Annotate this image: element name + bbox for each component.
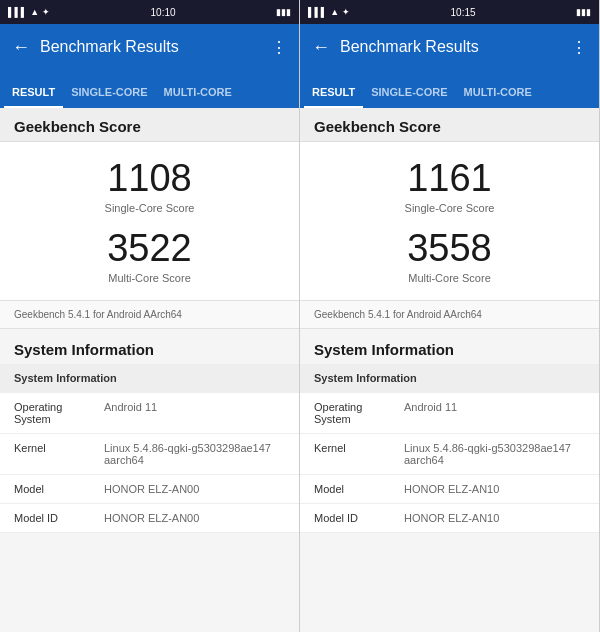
panel-left: ▌▌▌ ▲ ✦ 10:10 ▮▮▮ ← Benchmark Results ⋮ …: [0, 0, 300, 632]
info-val-modelid-left: HONOR ELZ-AN00: [104, 512, 285, 524]
single-core-label-right: Single-Core Score: [314, 202, 585, 214]
tab-bar-right: RESULT SINGLE-CORE MULTI-CORE: [300, 70, 599, 108]
multi-core-label-left: Multi-Core Score: [14, 272, 285, 284]
single-core-block-left: 1108 Single-Core Score: [14, 158, 285, 214]
toolbar-title-right: Benchmark Results: [340, 38, 561, 56]
tab-result-right[interactable]: RESULT: [304, 78, 363, 108]
info-key-os-left: Operating System: [14, 401, 104, 425]
info-key-modelid-left: Model ID: [14, 512, 104, 524]
info-val-model-right: HONOR ELZ-AN10: [404, 483, 585, 495]
status-icons-left: ▌▌▌ ▲ ✦: [8, 7, 50, 17]
status-time-left: 10:10: [151, 7, 176, 18]
info-key-model-left: Model: [14, 483, 104, 495]
info-table-right: System Information Operating System Andr…: [300, 364, 599, 533]
info-row-model-right: Model HONOR ELZ-AN10: [300, 475, 599, 504]
info-val-model-left: HONOR ELZ-AN00: [104, 483, 285, 495]
wifi-icon-right: ▲: [330, 7, 339, 17]
status-bar-left: ▌▌▌ ▲ ✦ 10:10 ▮▮▮: [0, 0, 299, 24]
toolbar-title-left: Benchmark Results: [40, 38, 261, 56]
geekbench-title-right: Geekbench Score: [300, 108, 599, 142]
info-table-header-right: System Information: [300, 364, 599, 393]
info-row-modelid-right: Model ID HONOR ELZ-AN10: [300, 504, 599, 533]
status-time-right: 10:15: [451, 7, 476, 18]
info-key-os-right: Operating System: [314, 401, 404, 425]
info-val-os-left: Android 11: [104, 401, 285, 413]
signal-icon-right: ▌▌▌: [308, 7, 327, 17]
bt-icon: ✦: [42, 7, 50, 17]
tab-multi-core-right[interactable]: MULTI-CORE: [456, 78, 540, 108]
content-right: Geekbench Score 1161 Single-Core Score 3…: [300, 108, 599, 632]
info-table-header-left: System Information: [0, 364, 299, 393]
score-section-left: 1108 Single-Core Score 3522 Multi-Core S…: [0, 142, 299, 301]
version-bar-left: Geekbench 5.4.1 for Android AArch64: [0, 301, 299, 329]
geekbench-title-left: Geekbench Score: [0, 108, 299, 142]
sys-info-title-right: System Information: [300, 329, 599, 364]
multi-core-score-right: 3558: [314, 228, 585, 270]
status-right-right: ▮▮▮: [576, 7, 591, 17]
single-core-label-left: Single-Core Score: [14, 202, 285, 214]
wifi-icon: ▲: [30, 7, 39, 17]
tab-multi-core-left[interactable]: MULTI-CORE: [156, 78, 240, 108]
info-key-kernel-left: Kernel: [14, 442, 104, 454]
multi-core-label-right: Multi-Core Score: [314, 272, 585, 284]
bt-icon-right: ✦: [342, 7, 350, 17]
tab-bar-left: RESULT SINGLE-CORE MULTI-CORE: [0, 70, 299, 108]
battery-icon-right: ▮▮▮: [576, 7, 591, 17]
info-val-kernel-left: Linux 5.4.86-qgki-g5303298ae147 aarch64: [104, 442, 285, 466]
status-right-left: ▮▮▮: [276, 7, 291, 17]
multi-core-block-left: 3522 Multi-Core Score: [14, 228, 285, 284]
info-val-modelid-right: HONOR ELZ-AN10: [404, 512, 585, 524]
signal-icon: ▌▌▌: [8, 7, 27, 17]
info-header-label-left: System Information: [14, 372, 117, 384]
info-row-os-left: Operating System Android 11: [0, 393, 299, 434]
info-row-model-left: Model HONOR ELZ-AN00: [0, 475, 299, 504]
single-core-block-right: 1161 Single-Core Score: [314, 158, 585, 214]
panel-right: ▌▌▌ ▲ ✦ 10:15 ▮▮▮ ← Benchmark Results ⋮ …: [300, 0, 600, 632]
tab-single-core-right[interactable]: SINGLE-CORE: [363, 78, 455, 108]
info-key-modelid-right: Model ID: [314, 512, 404, 524]
toolbar-right: ← Benchmark Results ⋮: [300, 24, 599, 70]
info-row-kernel-right: Kernel Linux 5.4.86-qgki-g5303298ae147 a…: [300, 434, 599, 475]
content-left: Geekbench Score 1108 Single-Core Score 3…: [0, 108, 299, 632]
menu-button-left[interactable]: ⋮: [271, 38, 287, 57]
multi-core-score-left: 3522: [14, 228, 285, 270]
score-section-right: 1161 Single-Core Score 3558 Multi-Core S…: [300, 142, 599, 301]
info-row-kernel-left: Kernel Linux 5.4.86-qgki-g5303298ae147 a…: [0, 434, 299, 475]
back-button-left[interactable]: ←: [12, 37, 30, 58]
toolbar-left: ← Benchmark Results ⋮: [0, 24, 299, 70]
version-bar-right: Geekbench 5.4.1 for Android AArch64: [300, 301, 599, 329]
sys-info-title-left: System Information: [0, 329, 299, 364]
menu-button-right[interactable]: ⋮: [571, 38, 587, 57]
info-row-os-right: Operating System Android 11: [300, 393, 599, 434]
info-key-model-right: Model: [314, 483, 404, 495]
status-bar-right: ▌▌▌ ▲ ✦ 10:15 ▮▮▮: [300, 0, 599, 24]
info-val-os-right: Android 11: [404, 401, 585, 413]
single-core-score-right: 1161: [314, 158, 585, 200]
info-row-modelid-left: Model ID HONOR ELZ-AN00: [0, 504, 299, 533]
multi-core-block-right: 3558 Multi-Core Score: [314, 228, 585, 284]
status-icons-right: ▌▌▌ ▲ ✦: [308, 7, 350, 17]
info-table-left: System Information Operating System Andr…: [0, 364, 299, 533]
single-core-score-left: 1108: [14, 158, 285, 200]
info-val-kernel-right: Linux 5.4.86-qgki-g5303298ae147 aarch64: [404, 442, 585, 466]
tab-single-core-left[interactable]: SINGLE-CORE: [63, 78, 155, 108]
info-key-kernel-right: Kernel: [314, 442, 404, 454]
info-header-label-right: System Information: [314, 372, 417, 384]
tab-result-left[interactable]: RESULT: [4, 78, 63, 108]
battery-icon: ▮▮▮: [276, 7, 291, 17]
back-button-right[interactable]: ←: [312, 37, 330, 58]
